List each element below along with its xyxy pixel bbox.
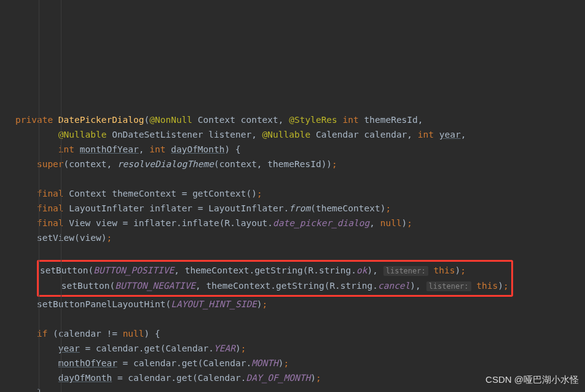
- call: setButton: [61, 281, 110, 291]
- param: year: [439, 130, 461, 139]
- anno: @StyleRes: [289, 115, 337, 125]
- call: setButton: [40, 265, 88, 275]
- const: LAYOUT_HINT_SIDE: [171, 299, 257, 309]
- anno: @Nullable: [58, 130, 107, 139]
- kw-super: super: [37, 159, 64, 169]
- const: YEAR: [214, 343, 235, 353]
- param: monthOfYear: [80, 144, 139, 154]
- anno: @Nullable: [262, 130, 311, 139]
- type: View: [69, 218, 90, 228]
- indent-guide: [61, 0, 61, 392]
- param-hint: listener:: [426, 281, 471, 291]
- anno: @NonNull: [149, 115, 192, 125]
- ref: R.string.: [329, 281, 378, 291]
- call: getContext: [192, 189, 246, 198]
- const: DAY_OF_MONTH: [246, 373, 310, 383]
- kw: this: [433, 265, 455, 275]
- op: !=: [101, 329, 123, 339]
- kw: final: [37, 189, 64, 198]
- param: themeResId: [364, 115, 418, 125]
- call: setView: [37, 233, 74, 243]
- param: context: [241, 115, 278, 125]
- var: year: [58, 343, 80, 353]
- param: calendar: [364, 130, 407, 139]
- res: cancel: [378, 281, 410, 291]
- const: BUTTON_POSITIVE: [93, 265, 174, 275]
- param: dayOfMonth: [171, 144, 224, 154]
- param-hint: listener:: [383, 266, 428, 276]
- type: OnDateSetListener: [112, 130, 203, 139]
- res: date_picker_dialog: [273, 218, 369, 228]
- res: ok: [356, 265, 367, 275]
- const: MONTH: [251, 358, 278, 368]
- kw-private: private: [15, 115, 53, 125]
- call: getString: [254, 265, 303, 275]
- highlight-box-1: setButton(BUTTON_POSITIVE, themeContext.…: [37, 260, 513, 297]
- type: Context: [69, 189, 106, 198]
- call: calendar.get(Calendar.: [96, 343, 214, 353]
- call: calendar.get(Calendar.: [133, 358, 251, 368]
- type: Context: [198, 115, 235, 125]
- type: LayoutInflater: [208, 203, 283, 213]
- call: getString: [276, 281, 324, 291]
- kw: int: [343, 115, 359, 125]
- local: inflater: [149, 203, 192, 213]
- kw: null: [380, 218, 402, 228]
- kw: int: [149, 144, 165, 154]
- code-block: private DatePickerDialog(@NonNull Contex…: [15, 112, 585, 392]
- watermark: CSDN @哑巴湖小水怪: [485, 372, 579, 387]
- const: BUTTON_NEGATIVE: [115, 281, 195, 291]
- param: listener: [208, 130, 251, 139]
- ref: R.string.: [308, 265, 356, 275]
- kw: final: [37, 203, 64, 213]
- ref: R.layout.: [225, 218, 273, 228]
- var: dayOfMonth: [58, 373, 112, 383]
- call: resolveDialogTheme: [117, 159, 214, 169]
- call: calendar.get(Calendar.: [128, 373, 246, 383]
- kw: final: [37, 218, 64, 228]
- call: inflate: [182, 218, 219, 228]
- var: monthOfYear: [58, 358, 117, 368]
- kw: int: [418, 130, 434, 139]
- local: themeContext: [112, 189, 176, 198]
- type: LayoutInflater: [69, 203, 144, 213]
- local: view: [96, 218, 117, 228]
- kw: null: [123, 329, 144, 339]
- type: Calendar: [316, 130, 359, 139]
- call: from: [289, 203, 310, 213]
- call: setButtonPanelLayoutHint: [37, 299, 166, 309]
- method-name: DatePickerDialog: [58, 115, 144, 125]
- indent-guide: [39, 0, 39, 392]
- kw: this: [476, 281, 498, 291]
